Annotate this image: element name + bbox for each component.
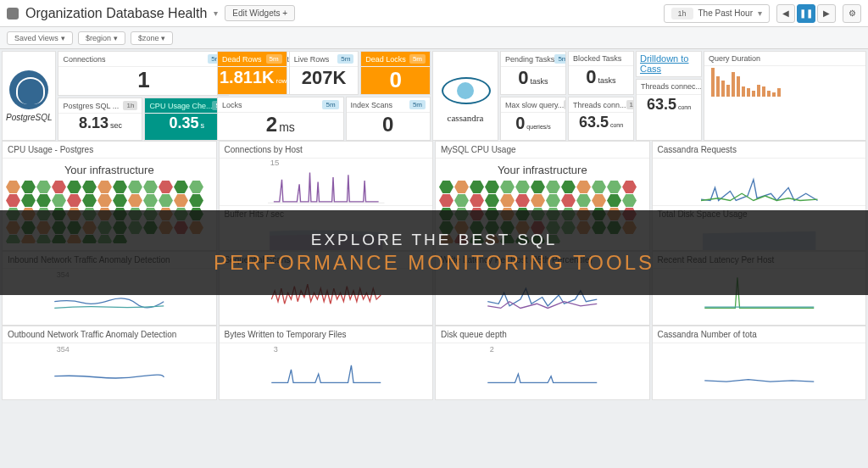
overlay-line1: EXPLORE THE BEST SQL bbox=[311, 231, 558, 249]
promo-overlay: EXPLORE THE BEST SQL PERFORMANCE MONITOR… bbox=[0, 210, 868, 295]
time-range-selector[interactable]: 1h The Past Hour ▾ bbox=[664, 4, 771, 23]
region-filter[interactable]: $region ▾ bbox=[78, 31, 125, 45]
playback-controls: ◀ ❚❚ ▶ bbox=[776, 4, 836, 23]
step-back-button[interactable]: ◀ bbox=[776, 4, 795, 23]
dead-locks-tile[interactable]: Dead Locks5m 0 bbox=[360, 51, 431, 95]
pending-tasks-tile[interactable]: Pending Tasks5m 0tasks bbox=[500, 51, 566, 95]
topbar: Organization Database Health ▾ Edit Widg… bbox=[0, 0, 868, 27]
locks-tile[interactable]: Locks5m 2ms bbox=[217, 97, 344, 141]
postgres-logo-card: PostgreSQL bbox=[2, 51, 56, 141]
app-logo-icon bbox=[7, 8, 19, 20]
saved-views-dropdown[interactable]: Saved Views ▾ bbox=[7, 31, 73, 45]
edit-widgets-button[interactable]: Edit Widgets + bbox=[225, 5, 295, 21]
cassandra-eye-icon bbox=[437, 72, 496, 109]
chevron-down-icon: ▾ bbox=[758, 8, 762, 18]
step-forward-button[interactable]: ▶ bbox=[817, 4, 836, 23]
zone-filter[interactable]: $zone ▾ bbox=[131, 31, 174, 45]
svg-text:15: 15 bbox=[270, 159, 279, 167]
filter-bar: Saved Views ▾ $region ▾ $zone ▾ bbox=[0, 27, 868, 49]
outbound-anomaly-chart[interactable]: Outbound Network Traffic Anomaly Detecti… bbox=[2, 326, 217, 400]
dashboard-title[interactable]: Organization Database Health bbox=[25, 6, 207, 21]
chart-row-4: Outbound Network Traffic Anomaly Detecti… bbox=[0, 326, 868, 400]
settings-button[interactable]: ⚙ bbox=[843, 4, 861, 23]
pause-button[interactable]: ❚❚ bbox=[797, 4, 815, 23]
chevron-down-icon[interactable]: ▾ bbox=[214, 8, 218, 18]
threads-conn-tile[interactable]: Threads conn...1h 63.5conn bbox=[568, 97, 634, 141]
overlay-line2: PERFORMANCE MONITORING TOOLS bbox=[214, 251, 654, 275]
threads-connect-tile[interactable]: Threads connec...1h 63.5conn bbox=[636, 79, 702, 141]
drilldown-link-card[interactable]: Drilldown to Cass bbox=[636, 51, 702, 77]
svg-text:354: 354 bbox=[57, 345, 70, 354]
svg-text:3: 3 bbox=[273, 345, 277, 354]
postgres-icon bbox=[9, 70, 48, 109]
disk-queue-chart[interactable]: Disk queue depth 2 bbox=[435, 326, 650, 400]
svg-text:2: 2 bbox=[490, 345, 494, 354]
max-slow-query-tile[interactable]: Max slow query...1h 0queries/s bbox=[500, 97, 566, 141]
query-duration-chart[interactable]: Query Duration bbox=[704, 51, 866, 141]
dead-rows-tile[interactable]: Dead Rows5m 1.811Krows bbox=[217, 51, 287, 95]
cassandra-write-chart[interactable]: Cassandra Number of tota bbox=[652, 326, 867, 400]
live-rows-tile[interactable]: Live Rows5m 207K bbox=[289, 51, 359, 95]
connections-tile[interactable]: Connections5m 1 bbox=[58, 51, 229, 96]
postgres-sql-tile[interactable]: Postgres SQL ...1h 8.13sec bbox=[58, 98, 142, 141]
bytes-temp-chart[interactable]: Bytes Written to Temporary Files 3 bbox=[219, 326, 434, 400]
index-scans-tile[interactable]: Index Scans5m 0 bbox=[346, 97, 431, 141]
metrics-row-1: PostgreSQL Connections5m 1 Postgres SQL … bbox=[0, 49, 868, 141]
cassandra-logo-card: cassandra bbox=[432, 51, 498, 141]
blocked-tasks-tile[interactable]: Blocked Tasks 0tasks bbox=[568, 51, 634, 95]
